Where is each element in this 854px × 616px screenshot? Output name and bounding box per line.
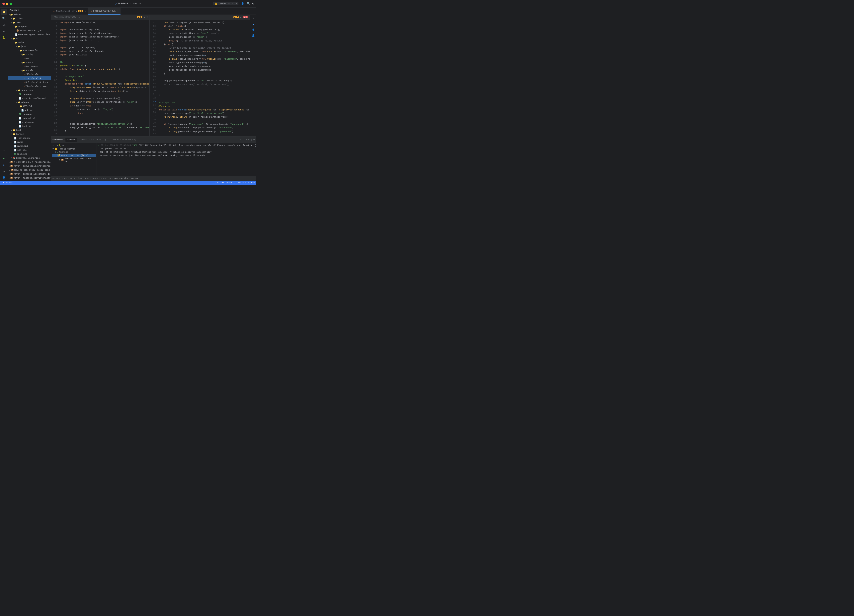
sidebar-icon-git2[interactable]: ●	[1, 156, 7, 161]
ctrl-icon-5[interactable]: ◎	[251, 138, 252, 141]
tree-item-icon-png2[interactable]: 🖼 icon.png	[8, 112, 51, 116]
tree-item-maven-props[interactable]: 📄 maven-wrapper.properties	[8, 32, 51, 37]
avatar-icon[interactable]: 👤	[241, 2, 244, 5]
status-git-icon[interactable]: ⎇	[2, 182, 4, 184]
ctrl-icon-3[interactable]: ⟳	[245, 138, 247, 141]
status-encoding[interactable]: UTF-8	[238, 182, 244, 184]
ctrl-icon-4[interactable]: ↻	[248, 138, 249, 141]
tree-item-usermapper[interactable]: ☕ UserMapper	[8, 64, 51, 68]
bottom-tab-server[interactable]: Server	[66, 138, 78, 142]
tree-item-apiguardian[interactable]: ▶ 📦 Maven: org.apiguardian:apiguar	[8, 180, 51, 181]
service-item-tomcat[interactable]: ▼ 🐱 Tomcat Server	[52, 147, 96, 151]
tree-item-fileservlet[interactable]: ☕ FileServlet	[8, 72, 51, 76]
tree-item-resources[interactable]: ▼ 📁 resources	[8, 88, 51, 92]
tree-item-user[interactable]: ☕ User	[8, 56, 51, 61]
tree-item-servlet[interactable]: ▼ 📁 servlet	[8, 68, 51, 72]
sidebar-icon-more[interactable]: ⋯	[1, 148, 7, 154]
tree-item-idea[interactable]: ▶ 📁 .idea	[8, 17, 51, 21]
search-icon[interactable]: 🔍	[247, 2, 250, 5]
sidebar-icon-git[interactable]: ⎇	[1, 22, 7, 27]
tree-item-helloservlet[interactable]: ☕ HelloServlet.java	[8, 80, 51, 84]
settings-icon[interactable]: ⚙	[252, 2, 254, 5]
service-item-tomcat-instance[interactable]: 🐱 Tomcat 10.1.23 [local]	[52, 154, 96, 157]
tree-item-protobuf[interactable]: ▶ 📦 Maven: com.google.protobuf:pr	[8, 164, 51, 168]
tree-item-mysql[interactable]: ▶ 📦 Maven: com.mysql:mysql-conn	[8, 168, 51, 172]
svc-ctrl-debug[interactable]: 🐛	[59, 144, 62, 147]
status-git-branch[interactable]: master	[6, 182, 13, 184]
status-line-col[interactable]: 104:1	[226, 182, 232, 184]
tree-more-icon[interactable]: ⋯	[48, 9, 49, 11]
tab-timeservlet[interactable]: ☕ TimeServlet.java ▲ 2 ✕	[51, 8, 88, 15]
tree-item-wrapper[interactable]: ▼ 📁 wrapper	[8, 24, 51, 29]
breadcrumb-example[interactable]: example	[92, 177, 100, 179]
tree-item-target[interactable]: ▼ 📁 target	[8, 132, 51, 136]
branch-name[interactable]: master	[133, 2, 142, 5]
tree-item-timeservlet[interactable]: ☕ TimeServlet.java	[8, 84, 51, 88]
minimize-button[interactable]	[6, 3, 8, 5]
tab-close-timeservlet[interactable]: ✕	[84, 10, 85, 12]
tree-item-mvnw[interactable]: 📄 mvnw	[8, 140, 51, 144]
ctrl-icon-6[interactable]: ⋯	[253, 138, 255, 141]
breadcrumb-src[interactable]: src	[64, 177, 67, 179]
project-title[interactable]: WebTest	[118, 2, 128, 5]
tree-item-gitignore[interactable]: 📄 .gitignore	[8, 136, 51, 140]
tree-item-mybatis-config[interactable]: 📄 mybatis-config.xml	[8, 96, 51, 100]
breadcrumb-dopost[interactable]: doPost	[131, 177, 138, 179]
breadcrumb-java[interactable]: java	[78, 177, 82, 179]
svc-ctrl-plus[interactable]: +	[52, 144, 54, 147]
tree-item-webxml[interactable]: 📄 web.xml	[8, 108, 51, 112]
sidebar-icon-settings2[interactable]: ⚙	[1, 169, 7, 174]
tree-item-icon-png[interactable]: 🖼 icon.png	[8, 92, 51, 96]
tree-item-test[interactable]: ▶ 📁 test	[8, 128, 51, 132]
tomcat-badge[interactable]: 🐱 Tomcat 10.1.23	[213, 2, 238, 5]
tree-item-testjs[interactable]: 📄 test.js	[8, 124, 51, 128]
nav-up-icon[interactable]: ▲	[144, 16, 145, 18]
tree-item-commonsio[interactable]: ▶ 📦 Maven: commons-io:commons-io	[8, 172, 51, 176]
breadcrumb-loginservlet[interactable]: LoginServlet	[114, 177, 128, 179]
right-icon-user2[interactable]: 👤	[251, 33, 256, 38]
breadcrumb-main[interactable]: main	[70, 177, 75, 179]
tree-item-src[interactable]: ▼ 📁 src	[8, 37, 51, 41]
tree-item-corretto[interactable]: ▶ 📦 < corretto-11 > /Users/level/Libr	[8, 160, 51, 164]
tree-item-mvnwcmd[interactable]: 📄 mvnw.cmd	[8, 144, 51, 148]
sidebar-icon-search[interactable]: 🔍	[1, 15, 7, 21]
maximize-button[interactable]	[9, 3, 12, 5]
svc-ctrl-minus[interactable]: −	[55, 144, 56, 147]
sidebar-icon-folder[interactable]: 📁	[1, 9, 7, 15]
scroll-down-icon[interactable]: ▼	[255, 146, 256, 148]
service-item-webapp[interactable]: ▼ 📦 WebTest:war exploded ...	[52, 157, 96, 163]
sidebar-icon-run[interactable]: ▶	[1, 28, 7, 34]
breadcrumb-servlet[interactable]: servlet	[103, 177, 111, 179]
sidebar-icon-debug[interactable]: 🐛	[1, 35, 7, 40]
code-text-left[interactable]: package com.example.servlet; import com.…	[58, 20, 149, 136]
tab-more-button[interactable]: ⋯	[252, 8, 256, 15]
tree-item-main[interactable]: ▼ 📁 main	[8, 41, 51, 44]
status-lf[interactable]: LF	[234, 182, 236, 184]
tree-item-testpng[interactable]: 🖼 test.png	[8, 152, 51, 156]
breadcrumb-com[interactable]: com	[85, 177, 89, 179]
tab-loginservlet[interactable]: ☕ LoginServlet.java ✕	[88, 8, 120, 15]
nav-up-icon-r[interactable]: ▲	[240, 16, 241, 18]
tree-item-webapp[interactable]: ▼ 📁 webapp	[8, 100, 51, 104]
tree-item-ext-libs[interactable]: ▼ 📚 External Libraries	[8, 156, 51, 160]
bottom-tab-localhost-log[interactable]: Tomcat Localhost Log	[78, 138, 108, 142]
nav-down-icon[interactable]: ▼	[146, 16, 148, 18]
close-button[interactable]	[2, 3, 5, 5]
tree-item-mapper[interactable]: ▼ 📁 mapper	[8, 61, 51, 64]
svc-ctrl-stop[interactable]: ■	[63, 144, 64, 147]
tree-item-stylecss[interactable]: 📄 style.css	[8, 120, 51, 124]
ctrl-icon-1[interactable]: ⊕	[239, 138, 241, 141]
tree-item-entity[interactable]: ▼ 📁 entity	[8, 52, 51, 56]
tree-item-pomxml[interactable]: 📄 pom.xml	[8, 148, 51, 152]
status-indent[interactable]: 4 spaces	[245, 182, 255, 184]
right-icon-user[interactable]: 👤	[251, 27, 256, 32]
tree-item-webtest[interactable]: ▼ 📁 WebTest	[8, 12, 51, 17]
bottom-tab-catalina-log[interactable]: Tomcat Catalina Log	[109, 138, 138, 142]
breadcrumb-webtest[interactable]: WebTest	[52, 177, 61, 179]
ctrl-icon-2[interactable]: ↕	[242, 138, 244, 141]
sidebar-icon-user[interactable]: 👤	[1, 175, 7, 181]
right-icon-circle[interactable]: ●	[251, 22, 256, 27]
tree-item-maven-jar[interactable]: 📦 maven-wrapper.jar	[8, 29, 51, 32]
sidebar-icon-blue[interactable]: ●	[1, 162, 7, 168]
log-output[interactable]: ✓ 05-May-2024 19:55:08.511 INFO [RMI TCP…	[97, 143, 255, 176]
